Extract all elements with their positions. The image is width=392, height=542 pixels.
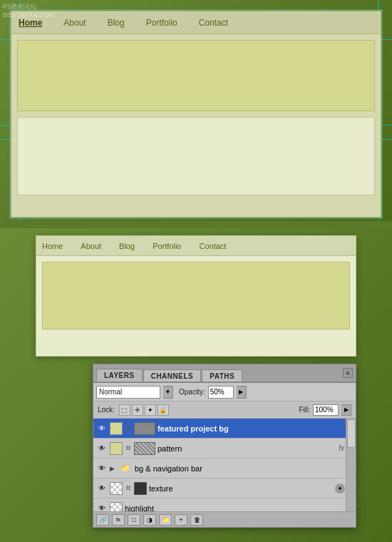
mask-btn[interactable]: □ — [128, 514, 140, 526]
lock-all-btn[interactable]: 🔒 — [158, 404, 169, 416]
opacity-label: Opacity: — [179, 388, 205, 396]
layer-link-icon: ⛓ — [125, 445, 132, 451]
group-btn[interactable]: 📁 — [159, 514, 172, 526]
lock-bar: Lock: ⬚ ✛ ✦ 🔒 Fill: 100% ▶ — [93, 402, 356, 419]
lock-pixels-btn[interactable]: ⬚ — [119, 404, 130, 416]
top-nav-bar: Home About Blog Portfolio Contact — [11, 11, 381, 34]
delete-layer-btn[interactable]: 🗑 — [190, 514, 203, 526]
panel-bottom-bar: 🔗 fx □ ◑ 📁 + 🗑 — [93, 511, 356, 527]
blend-mode-arrow[interactable]: ▼ — [163, 386, 173, 399]
lock-label: Lock: — [98, 406, 115, 414]
layer-row[interactable]: 👁 ⛓ texture ● ▼ — [93, 479, 356, 498]
layer-group-arrow[interactable]: ▶ — [110, 465, 118, 472]
bottom-nav-portfolio[interactable]: Portfolio — [153, 242, 181, 250]
top-featured-box — [17, 40, 375, 111]
panel-menu-button[interactable]: ≡ — [343, 368, 353, 378]
fill-label: Fill: — [299, 406, 310, 414]
top-nav-blog[interactable]: Blog — [108, 18, 125, 28]
top-preview-area: PS教程论坛 BBS.16XXX.COM Home About Blog Por… — [0, 0, 392, 221]
opacity-arrow[interactable]: ▶ — [237, 386, 247, 399]
layers-list: 👁 ⛓ featured project bg 👁 ⛓ pattern fx ▼… — [93, 419, 356, 526]
top-nav-portfolio[interactable]: Portfolio — [146, 18, 177, 28]
fill-arrow[interactable]: ▶ — [341, 404, 351, 416]
layer-visibility-toggle[interactable]: 👁 — [96, 443, 108, 454]
bottom-featured-box — [42, 262, 350, 329]
layer-row[interactable]: 👁 ⛓ pattern fx ▼ — [93, 439, 356, 459]
bottom-nav-about[interactable]: About — [81, 242, 101, 250]
layer-name-pattern: pattern — [158, 444, 336, 453]
mode-bar: Normal ▼ Opacity: 50% ▶ — [93, 383, 356, 402]
top-browser-mockup: Home About Blog Portfolio Contact — [11, 11, 381, 218]
top-content-area — [17, 117, 375, 195]
fx-btn[interactable]: fx — [112, 514, 125, 526]
panel-tabs-bar: LAYERS CHANNELS PATHS ≡ — [93, 364, 356, 383]
bottom-section: Home About Blog Portfolio Contact LAYERS… — [0, 228, 392, 542]
scroll-thumb[interactable] — [347, 419, 356, 448]
layer-fx-badge: fx — [339, 444, 344, 452]
bottom-nav-contact[interactable]: Contact — [199, 242, 226, 250]
layer-thumb-2a — [110, 442, 123, 455]
layer-thumb-1b — [134, 422, 155, 435]
layer-visibility-toggle[interactable]: 👁 — [96, 483, 108, 494]
layer-thumb-4b — [134, 482, 147, 495]
layer-thumb-2b — [134, 442, 155, 455]
layer-name-bg-nav: bg & navigation bar — [135, 464, 353, 473]
layer-name-featured: featured project bg — [158, 424, 353, 433]
new-layer-btn[interactable]: + — [175, 514, 187, 526]
tab-channels[interactable]: CHANNELS — [143, 369, 202, 382]
lock-move-btn[interactable]: ✦ — [145, 404, 156, 416]
layer-options-icon: ● — [335, 484, 345, 494]
layer-thumb-4a — [110, 482, 123, 495]
layer-row[interactable]: 👁 ▶ 📁 bg & navigation bar — [93, 459, 356, 479]
layer-row[interactable]: 👁 ⛓ featured project bg — [93, 419, 356, 439]
bottom-nav-bar: Home About Blog Portfolio Contact — [36, 236, 356, 256]
top-nav-about[interactable]: About — [63, 18, 86, 28]
watermark: PS教程论坛 BBS.16XXX.COM — [3, 3, 54, 19]
bottom-nav-blog[interactable]: Blog — [119, 242, 135, 250]
ps-layers-panel: LAYERS CHANNELS PATHS ≡ Normal ▼ Opacity… — [93, 364, 356, 528]
layer-visibility-toggle[interactable]: 👁 — [96, 463, 108, 474]
adj-layer-btn[interactable]: ◑ — [143, 514, 156, 526]
top-nav-contact[interactable]: Contact — [199, 18, 228, 28]
bottom-browser-mockup: Home About Blog Portfolio Contact — [36, 235, 356, 357]
layer-thumb-1a — [110, 422, 123, 435]
layer-name-texture: texture — [149, 484, 333, 493]
link-layers-btn[interactable]: 🔗 — [96, 514, 109, 526]
layer-group-icon: 📁 — [120, 464, 130, 473]
bottom-nav-home[interactable]: Home — [42, 242, 63, 250]
tab-paths[interactable]: PATHS — [202, 369, 242, 382]
fill-input[interactable]: 100% — [313, 404, 339, 416]
opacity-input[interactable]: 50% — [208, 386, 234, 399]
tab-layers[interactable]: LAYERS — [96, 369, 143, 382]
blend-mode-select[interactable]: Normal — [96, 386, 160, 399]
layer-link-icon: ⛓ — [125, 425, 132, 431]
lock-icons-group: ⬚ ✛ ✦ 🔒 — [119, 404, 169, 416]
lock-position-btn[interactable]: ✛ — [132, 404, 143, 416]
layer-visibility-toggle[interactable]: 👁 — [96, 423, 108, 434]
scroll-bar[interactable] — [346, 419, 356, 526]
layer-link-icon: ⛓ — [125, 485, 132, 491]
